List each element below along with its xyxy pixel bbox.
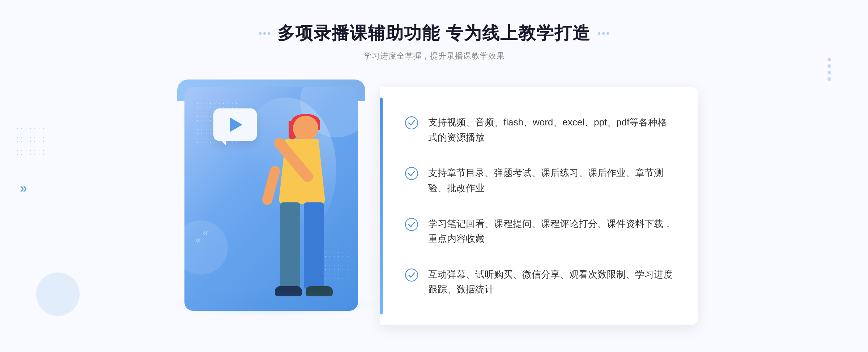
feature-item-2: 支持章节目录、弹题考试、课后练习、课后作业、章节测验、批改作业 bbox=[405, 155, 673, 206]
person-leg-right bbox=[304, 202, 324, 289]
circle-decoration-bottom bbox=[36, 272, 80, 316]
feature-item-4: 互动弹幕、试听购买、微信分享、观看次数限制、学习进度跟踪、数据统计 bbox=[405, 257, 673, 307]
check-icon-4 bbox=[405, 269, 418, 282]
dot-icon bbox=[263, 32, 266, 35]
header-section: 多项录播课辅助功能 专为线上教学打造 学习进度全掌握，提升录播课教学效果 bbox=[259, 22, 609, 61]
person-arm-down bbox=[261, 165, 281, 206]
illus-arrows2-icon: « bbox=[203, 227, 208, 239]
feature-text-2: 支持章节目录、弹题考试、课后练习、课后作业、章节测验、批改作业 bbox=[428, 166, 673, 196]
svg-point-3 bbox=[405, 269, 418, 281]
check-icon-2 bbox=[405, 167, 418, 180]
person-head bbox=[293, 116, 318, 141]
arrows-decoration: » bbox=[20, 181, 27, 196]
svg-point-1 bbox=[405, 167, 418, 180]
dot-icon bbox=[602, 32, 605, 35]
dot-icon bbox=[598, 32, 600, 35]
page-container: 多项录播课辅助功能 专为线上教学打造 学习进度全掌握，提升录播课教学效果 » bbox=[0, 0, 868, 352]
illustration-container: « « bbox=[170, 80, 380, 332]
dot-icon bbox=[827, 64, 831, 68]
deco-dots-right bbox=[827, 58, 832, 81]
title-row: 多项录播课辅助功能 专为线上教学打造 bbox=[259, 22, 609, 45]
title-decoration-right bbox=[598, 32, 609, 35]
svg-point-2 bbox=[405, 218, 418, 231]
dot-icon bbox=[268, 32, 270, 35]
feature-text-4: 互动弹幕、试听购买、微信分享、观看次数限制、学习进度跟踪、数据统计 bbox=[428, 267, 673, 297]
check-icon-3 bbox=[405, 218, 418, 231]
feature-item-1: 支持视频、音频、flash、word、excel、ppt、pdf等各种格式的资源… bbox=[405, 105, 673, 155]
feature-item-3: 学习笔记回看、课程提问、课程评论打分、课件资料下载，重点内容收藏 bbox=[405, 206, 673, 257]
dot-icon bbox=[827, 71, 831, 74]
illustration-glow bbox=[170, 289, 380, 318]
page-subtitle: 学习进度全掌握，提升录播课教学效果 bbox=[259, 51, 609, 61]
page-title: 多项录播课辅助功能 专为线上教学打造 bbox=[277, 22, 590, 45]
person-illustration bbox=[235, 116, 351, 311]
check-icon-1 bbox=[405, 116, 418, 129]
panel-accent-bar bbox=[380, 98, 383, 314]
illus-arrows-icon: « bbox=[195, 234, 201, 246]
dot-icon bbox=[259, 32, 261, 35]
person-leg-left bbox=[280, 202, 300, 289]
feature-text-3: 学习笔记回看、课程提问、课程评论打分、课件资料下载，重点内容收藏 bbox=[428, 216, 673, 246]
content-area: « « 支持视频、音频、flash、word、excel、ppt、pdf等各种格… bbox=[170, 80, 698, 332]
illustration-background: « « bbox=[184, 87, 358, 311]
svg-point-0 bbox=[405, 117, 418, 129]
feature-text-1: 支持视频、音频、flash、word、excel、ppt、pdf等各种格式的资源… bbox=[428, 115, 673, 145]
title-decoration-left bbox=[259, 32, 270, 35]
dot-icon bbox=[827, 77, 831, 81]
dots-decoration-left bbox=[11, 126, 47, 163]
dot-icon bbox=[827, 58, 831, 61]
dot-icon bbox=[607, 32, 609, 35]
features-panel: 支持视频、音频、flash、word、excel、ppt、pdf等各种格式的资源… bbox=[380, 87, 698, 325]
